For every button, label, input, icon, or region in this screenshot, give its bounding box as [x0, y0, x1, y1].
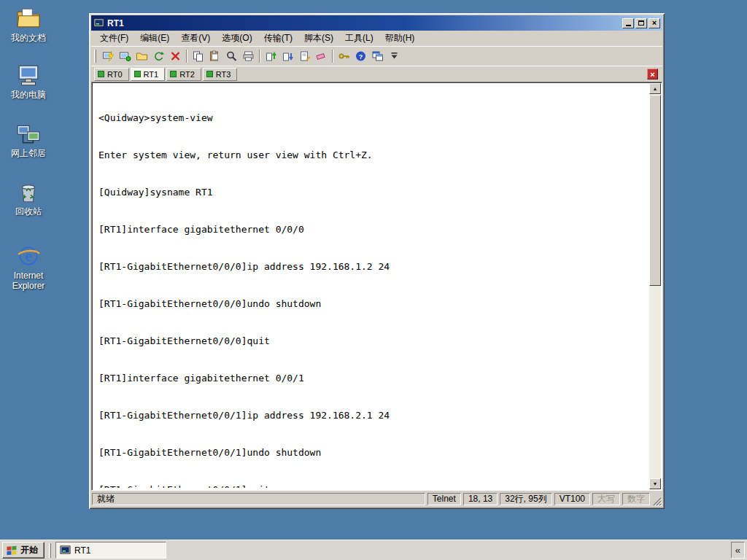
clear-screen-icon[interactable] [313, 48, 330, 64]
menu-options[interactable]: 选项(O) [216, 31, 258, 46]
desktop-icon-internet-explorer[interactable]: e Internet Explorer [4, 244, 53, 291]
svg-text:?: ? [359, 53, 363, 61]
menu-edit[interactable]: 编辑(E) [134, 31, 175, 46]
terminal-line: [RT1-GigabitEthernet0/0/0]undo shutdown [98, 298, 647, 310]
terminal-line: [RT1-GigabitEthernet0/0/1]undo shutdown [98, 446, 647, 459]
menu-view[interactable]: 查看(V) [175, 31, 216, 46]
status-ready: 就绪 [92, 493, 425, 505]
receive-file-icon[interactable] [279, 48, 296, 64]
connect-icon[interactable] [117, 48, 133, 64]
session-options-icon[interactable] [336, 48, 352, 64]
terminal-line: <Quidway>system-view [98, 112, 647, 124]
menu-file[interactable]: 文件(F) [94, 31, 134, 46]
terminal-line: [RT1]interface gigabitethernet 0/0/1 [98, 372, 647, 384]
terminal-line: [RT1-GigabitEthernet0/0/0]quit [98, 335, 647, 347]
connected-indicator-icon [206, 71, 213, 77]
disconnect-icon[interactable] [167, 48, 184, 64]
tab-label: RT0 [107, 70, 123, 79]
maximize-button[interactable] [635, 18, 647, 28]
menu-script[interactable]: 脚本(S) [298, 31, 339, 46]
network-places-icon [16, 121, 41, 146]
close-tab-button[interactable]: × [647, 69, 658, 79]
terminal-app-icon [60, 545, 71, 556]
window-resize-grip[interactable] [652, 497, 662, 506]
help-icon[interactable]: ? [352, 48, 369, 64]
tab-label: RT1 [144, 70, 159, 79]
paste-icon[interactable] [206, 48, 223, 64]
menu-bar: 文件(F) 编辑(E) 查看(V) 选项(O) 传输(T) 脚本(S) 工具(L… [91, 31, 662, 46]
terminal-output: <Quidway>system-view Enter system view, … [98, 87, 647, 488]
connected-indicator-icon [170, 71, 177, 77]
desktop-icon-network-places[interactable]: 网上邻居 [4, 121, 53, 158]
start-button[interactable]: 开始 [2, 542, 44, 559]
arrow-up-icon: ▲ [653, 86, 658, 91]
terminal-line: [RT1-GigabitEthernet0/0/1]ip address 192… [98, 409, 647, 421]
scroll-down-button[interactable]: ▼ [649, 478, 661, 489]
notification-area: « [731, 542, 745, 559]
status-protocol: Telnet [427, 493, 461, 505]
terminal-window: RT1 × 文件(F) 编辑(E) 查看(V) 选项(O) 传输(T) 脚本(S… [89, 13, 665, 509]
title-bar[interactable]: RT1 × [91, 15, 662, 31]
connected-indicator-icon [98, 71, 104, 77]
toolbar-grip[interactable] [94, 50, 96, 63]
toolbar-overflow-icon[interactable] [386, 48, 403, 64]
desktop-icon-my-documents[interactable]: 我的文档 [4, 6, 53, 43]
terminal-line: [Quidway]sysname RT1 [98, 186, 647, 198]
close-icon: × [652, 19, 657, 27]
tab-rt3[interactable]: RT3 [203, 68, 238, 81]
terminal-line: Enter system view, return user view with… [98, 149, 647, 161]
recycle-bin-icon [16, 179, 41, 204]
maximize-icon [638, 20, 644, 26]
print-icon[interactable] [240, 48, 257, 64]
desktop-icon-label: Internet Explorer [5, 271, 52, 291]
terminal-line: [RT1-GigabitEthernet0/0/0]ip address 192… [98, 260, 647, 273]
send-file-icon[interactable] [263, 48, 279, 64]
scrollbar-thumb[interactable] [649, 95, 661, 286]
start-button-label: 开始 [20, 544, 38, 556]
status-bar: 就绪 Telnet 18, 13 32行, 95列 VT100 大写 数字 [91, 491, 662, 507]
my-computer-icon [16, 63, 41, 88]
scroll-up-button[interactable]: ▲ [649, 83, 661, 94]
tab-rt2[interactable]: RT2 [166, 68, 201, 81]
task-button-label: RT1 [74, 545, 90, 556]
status-caps-lock: 大写 [592, 493, 620, 505]
session-manager-icon[interactable] [369, 48, 386, 64]
my-documents-icon [16, 6, 41, 31]
desktop-icon-label: 网上邻居 [11, 148, 46, 158]
tab-rt1[interactable]: RT1 [131, 68, 166, 81]
tab-rt0[interactable]: RT0 [94, 68, 129, 81]
reconnect-icon[interactable] [150, 48, 167, 64]
tray-expand-chevron[interactable]: « [735, 545, 740, 556]
app-icon [93, 18, 104, 28]
desktop-icon-label: 我的文档 [11, 33, 46, 43]
status-cursor-position: 18, 13 [463, 493, 498, 505]
tab-bar: RT0 RT1 RT2 RT3 × [91, 66, 662, 82]
desktop-icon-recycle-bin[interactable]: 回收站 [4, 179, 53, 217]
tab-label: RT3 [216, 70, 231, 79]
menu-tools[interactable]: 工具(L) [339, 31, 379, 46]
minimize-button[interactable] [622, 18, 634, 28]
log-session-icon[interactable] [296, 48, 313, 64]
taskbar-grip[interactable] [49, 543, 51, 558]
find-icon[interactable] [223, 48, 240, 64]
toolbar-separator [186, 50, 187, 63]
desktop-icon-label: 我的电脑 [11, 90, 46, 100]
status-emulation: VT100 [554, 493, 590, 505]
copy-icon[interactable] [190, 48, 206, 64]
vertical-scrollbar[interactable]: ▲ ▼ [649, 83, 661, 489]
terminal-line: [RT1]interface gigabitethernet 0/0/0 [98, 223, 647, 236]
desktop-icon-my-computer[interactable]: 我的电脑 [4, 63, 53, 100]
quick-connect-icon[interactable] [100, 48, 117, 64]
tab-label: RT2 [179, 70, 195, 79]
menu-help[interactable]: 帮助(H) [379, 31, 421, 46]
toolbar: ? [91, 46, 662, 66]
status-terminal-size: 32行, 95列 [500, 493, 551, 505]
connected-indicator-icon [134, 71, 141, 77]
close-button[interactable]: × [649, 18, 660, 28]
internet-explorer-icon: e [16, 244, 41, 268]
toolbar-separator [259, 50, 260, 63]
taskbar-task-rt1[interactable]: RT1 [55, 542, 166, 559]
new-session-icon[interactable] [133, 48, 150, 64]
terminal-area[interactable]: <Quidway>system-view Enter system view, … [91, 82, 662, 491]
menu-transfer[interactable]: 传输(T) [258, 31, 298, 46]
